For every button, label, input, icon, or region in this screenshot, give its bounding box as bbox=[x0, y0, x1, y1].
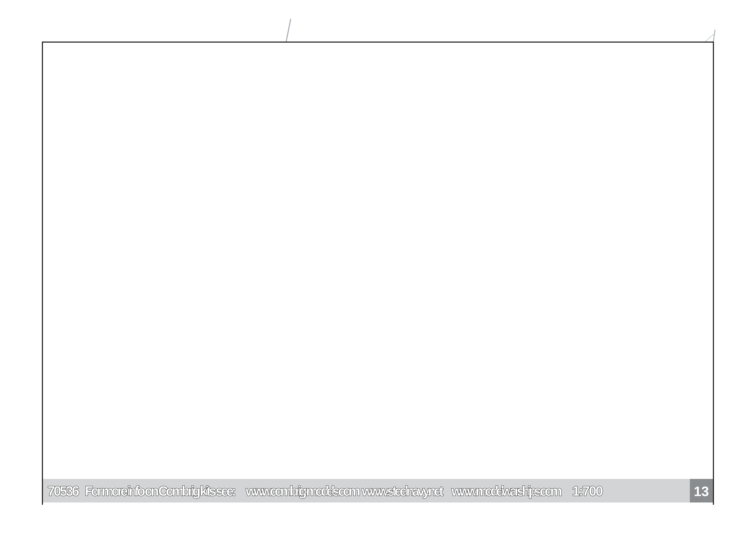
footer-bar: 70536 For more info on Combrig kits see:… bbox=[43, 479, 713, 502]
scale-label: 1:700 bbox=[572, 483, 603, 499]
kit-number: 70536 bbox=[47, 483, 79, 499]
info-label: For more info on Combrig kits see: bbox=[85, 483, 236, 499]
footer-content: 70536 For more info on Combrig kits see:… bbox=[43, 479, 713, 502]
page-frame bbox=[42, 42, 714, 505]
page-number: 13 bbox=[694, 484, 709, 499]
link-steelnavy: www.steelnavy.net bbox=[362, 483, 444, 499]
link-combrig-models: www.combrig-models.com bbox=[246, 483, 360, 499]
link-modelwarships: www.modelwarships.com bbox=[451, 483, 562, 499]
